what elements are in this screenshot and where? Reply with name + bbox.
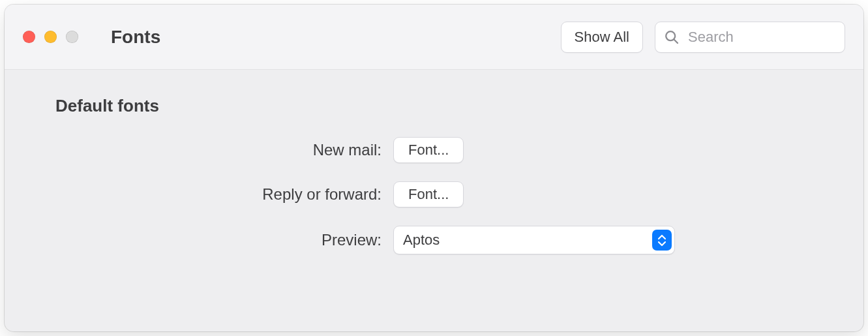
row-preview: Preview: Aptos xyxy=(55,226,813,254)
preview-font-select[interactable]: Aptos xyxy=(393,226,675,254)
section-header-default-fonts: Default fonts xyxy=(55,96,813,116)
preview-font-selected-value: Aptos xyxy=(393,226,675,254)
show-all-button[interactable]: Show All xyxy=(561,22,643,53)
search-field-wrap xyxy=(655,22,845,53)
reply-forward-font-button[interactable]: Font... xyxy=(393,181,464,207)
content-area: Default fonts New mail: Font... Reply or… xyxy=(5,70,863,331)
titlebar: Fonts Show All xyxy=(5,5,863,70)
new-mail-font-button[interactable]: Font... xyxy=(393,137,464,163)
preferences-window: Fonts Show All Default fonts New mail: F… xyxy=(5,5,863,331)
label-reply-forward: Reply or forward: xyxy=(55,185,382,204)
zoom-window-button[interactable] xyxy=(66,31,78,43)
close-window-button[interactable] xyxy=(23,31,35,43)
window-controls xyxy=(23,31,78,43)
row-reply-forward: Reply or forward: Font... xyxy=(55,181,813,207)
search-input[interactable] xyxy=(655,22,845,53)
minimize-window-button[interactable] xyxy=(44,31,57,43)
label-preview: Preview: xyxy=(55,231,382,249)
default-fonts-form: New mail: Font... Reply or forward: Font… xyxy=(55,137,813,254)
window-title: Fonts xyxy=(111,27,160,48)
label-new-mail: New mail: xyxy=(55,141,382,159)
row-new-mail: New mail: Font... xyxy=(55,137,813,163)
